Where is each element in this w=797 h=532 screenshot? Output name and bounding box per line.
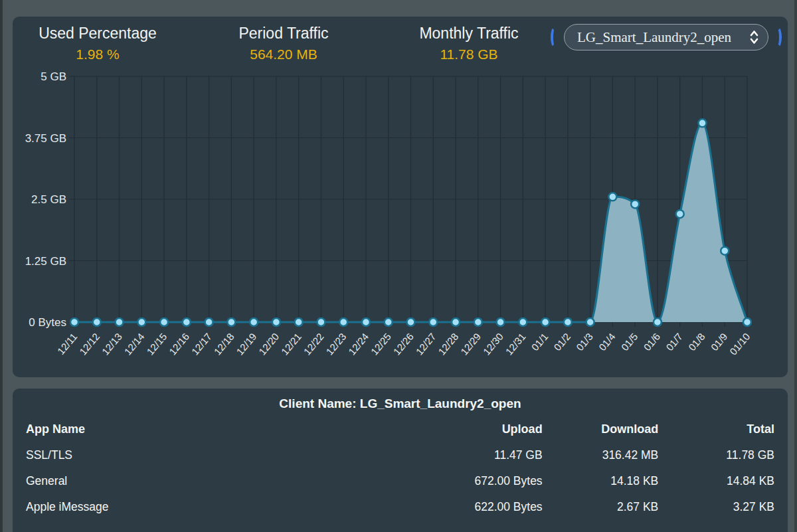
x-axis-tick-label: 12/31	[503, 331, 527, 357]
table-row: General672.00 Bytes14.18 KB14.84 KB	[26, 468, 774, 494]
data-point-marker	[183, 318, 191, 326]
select-chevron-icon	[750, 30, 758, 44]
x-axis-tick-label: 12/27	[413, 331, 438, 357]
traffic-area-chart: 0 Bytes1.25 GB2.5 GB3.75 GB5 GB12/1112/1…	[13, 63, 787, 377]
data-point-marker	[608, 193, 616, 201]
data-point-marker	[541, 318, 549, 326]
table-row: SSL/TLS11.47 GB316.42 MB11.78 GB	[26, 442, 774, 468]
x-axis-tick-label: 12/25	[369, 331, 393, 357]
traffic-value-cell: 14.18 KB	[543, 468, 659, 494]
data-point-marker	[272, 318, 280, 326]
x-axis-tick-label: 12/26	[391, 331, 416, 357]
x-axis-tick-label: 01/1	[529, 331, 551, 353]
x-axis-tick-label: 12/30	[481, 331, 505, 357]
data-point-marker	[631, 200, 639, 208]
data-point-marker	[295, 318, 303, 326]
traffic-value-cell: 11.78 GB	[658, 442, 774, 468]
app-name-cell: SSL/TLS	[26, 442, 385, 468]
data-point-marker	[676, 210, 684, 218]
data-point-marker	[339, 318, 347, 326]
y-axis-tick-label: 0 Bytes	[29, 316, 66, 329]
traffic-value-cell: 316.42 MB	[543, 442, 659, 468]
client-select-value: LG_Smart_Laundry2_open	[577, 29, 750, 46]
data-point-marker	[519, 318, 527, 326]
stat-value: 11.78 GB	[397, 43, 541, 65]
data-point-marker	[474, 318, 482, 326]
x-axis-tick-label: 12/14	[122, 331, 146, 357]
data-point-marker	[250, 318, 258, 326]
y-axis-tick-label: 3.75 GB	[25, 132, 66, 145]
app-name-cell: Apple iMessage	[26, 494, 385, 520]
stat-period-traffic: Period Traffic 564.20 MB	[212, 23, 355, 65]
window-right-edge	[794, 0, 797, 532]
data-point-marker	[407, 318, 415, 326]
x-axis-tick-label: 01/9	[709, 331, 730, 353]
app-name-cell: General	[26, 468, 385, 494]
x-axis-tick-label: 01/5	[619, 331, 640, 353]
x-axis-tick-label: 12/19	[234, 331, 258, 357]
x-axis-tick-label: 12/13	[100, 331, 124, 357]
x-axis-tick-label: 01/2	[551, 331, 573, 353]
x-axis-tick-label: 12/23	[323, 331, 348, 357]
traffic-value-cell: 3.27 KB	[658, 494, 774, 520]
y-axis-tick-label: 5 GB	[41, 70, 66, 83]
data-point-marker	[497, 318, 505, 326]
select-right-accent	[774, 27, 782, 48]
data-point-marker	[429, 318, 437, 326]
data-point-marker	[205, 318, 213, 326]
traffic-value-cell: 672.00 Bytes	[385, 468, 543, 494]
data-point-marker	[743, 318, 751, 326]
data-point-marker	[698, 119, 706, 127]
x-axis-tick-label: 12/11	[55, 331, 79, 357]
x-axis-tick-label: 01/7	[664, 331, 685, 353]
stat-used-percentage: Used Percentage 1.98 %	[26, 23, 169, 65]
data-point-marker	[654, 318, 662, 326]
x-axis-tick-label: 01/4	[596, 331, 618, 353]
stat-value: 1.98 %	[26, 43, 169, 65]
data-point-marker	[93, 318, 101, 326]
client-select-wrap: LG_Smart_Laundry2_open	[549, 24, 783, 50]
data-point-marker	[137, 318, 145, 326]
x-axis-tick-label: 01/3	[574, 331, 595, 353]
stat-monthly-traffic: Monthly Traffic 11.78 GB	[397, 23, 541, 65]
x-axis-tick-label: 12/21	[279, 331, 304, 357]
x-axis-tick-label: 01/10	[727, 331, 752, 357]
x-axis-tick-label: 12/16	[167, 331, 191, 357]
stat-value: 564.20 MB	[212, 43, 355, 65]
traffic-value-cell: 2.67 KB	[543, 494, 659, 520]
x-axis-tick-label: 01/6	[641, 331, 662, 353]
data-point-marker	[452, 318, 460, 326]
traffic-overview-panel: Used Percentage 1.98 % Period Traffic 56…	[13, 17, 788, 377]
data-point-marker	[385, 318, 393, 326]
column-header: Total	[658, 416, 774, 442]
x-axis-tick-label: 12/28	[436, 331, 460, 357]
stat-label: Period Traffic	[212, 23, 355, 43]
data-point-marker	[317, 318, 325, 326]
client-name-title: Client Name: LG_Smart_Laundry2_open	[13, 389, 788, 411]
client-select-dropdown[interactable]: LG_Smart_Laundry2_open	[564, 24, 768, 50]
client-apps-panel: Client Name: LG_Smart_Laundry2_open App …	[13, 389, 788, 532]
select-left-accent	[551, 27, 559, 48]
column-header: App Name	[26, 416, 385, 442]
traffic-value-cell: 11.47 GB	[385, 442, 543, 468]
traffic-value-cell: 622.00 Bytes	[385, 494, 543, 520]
data-point-marker	[564, 318, 572, 326]
traffic-value-cell: 14.84 KB	[658, 468, 774, 494]
x-axis-tick-label: 12/18	[212, 331, 236, 357]
x-axis-tick-label: 12/20	[256, 331, 281, 357]
window-left-edge	[0, 0, 3, 532]
data-point-marker	[362, 318, 370, 326]
table-header-row: App NameUploadDownloadTotal	[26, 416, 774, 442]
x-axis-tick-label: 12/12	[77, 331, 102, 357]
data-point-marker	[70, 318, 78, 326]
table-row: Apple iMessage622.00 Bytes2.67 KB3.27 KB	[26, 494, 774, 520]
column-header: Upload	[385, 416, 543, 442]
stat-label: Monthly Traffic	[397, 23, 541, 43]
y-axis-tick-label: 2.5 GB	[31, 193, 66, 206]
x-axis-tick-label: 12/22	[302, 331, 326, 357]
data-point-marker	[227, 318, 235, 326]
stat-label: Used Percentage	[26, 23, 169, 43]
data-point-marker	[160, 318, 168, 326]
x-axis-tick-label: 12/29	[458, 331, 483, 357]
x-axis-tick-label: 12/15	[144, 331, 169, 357]
